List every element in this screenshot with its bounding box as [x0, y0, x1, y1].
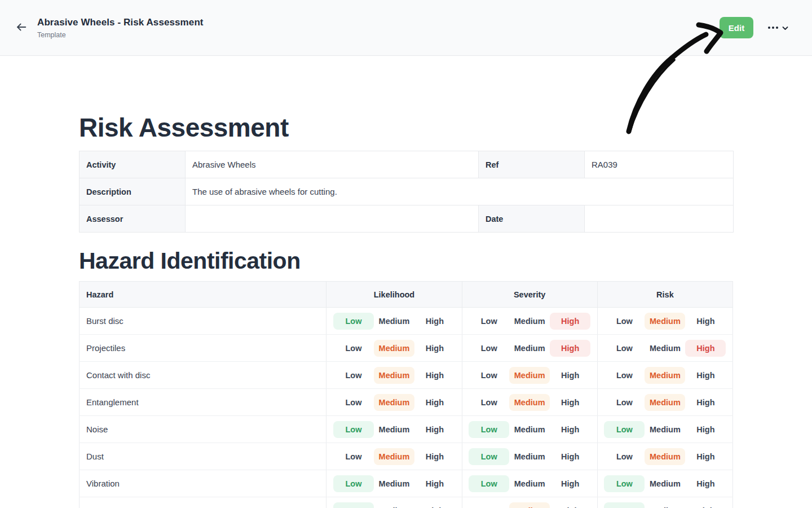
rating-option-low: Low [604, 367, 645, 384]
header-actions: Edit [720, 17, 789, 38]
rating-option-medium: Medium [374, 394, 414, 411]
risk-column-header: Risk [597, 282, 732, 308]
rating-option-low: Low [469, 313, 509, 330]
hazard-table-header-row: Hazard Likelihood Severity Risk [80, 282, 733, 308]
page-subtitle: Template [37, 31, 204, 39]
hazard-row: ProjectilesLowMediumHighLowMediumHighLow… [80, 335, 733, 362]
rating-option-low: Low [333, 448, 374, 465]
rating-option-medium: Medium [645, 448, 685, 465]
hazard-table: Hazard Likelihood Severity Risk Burst di… [79, 281, 733, 508]
hazard-table-body: Burst discLowMediumHighLowMediumHighLowM… [80, 308, 733, 508]
severity-rating-cell: LowMediumHigh [462, 470, 597, 497]
severity-rating-cell: LowMediumHigh [462, 362, 597, 389]
rating-option-low: Low [333, 394, 374, 411]
date-value [585, 205, 734, 233]
hazard-name [80, 497, 326, 508]
rating-option-low: Low [469, 394, 509, 411]
rating-option-high: High [414, 313, 455, 330]
details-row-activity: Activity Abrasive Wheels Ref RA039 [80, 151, 734, 178]
assessor-label: Assessor [80, 205, 186, 233]
rating-option-low: Low [333, 475, 374, 492]
rating-option-low: Low [333, 367, 374, 384]
rating-option-medium: Medium [509, 502, 550, 508]
description-value: The use of abrasive wheels for cutting. [186, 178, 734, 205]
hazard-name: Projectiles [80, 335, 326, 362]
rating-option-low: Low [604, 502, 645, 508]
rating-option-high: High [685, 475, 726, 492]
rating-option-low: Low [469, 502, 509, 508]
hazard-row: Burst discLowMediumHighLowMediumHighLowM… [80, 308, 733, 335]
rating-option-medium: Medium [374, 448, 414, 465]
hazard-row: VibrationLowMediumHighLowMediumHighLowMe… [80, 470, 733, 497]
risk-rating-cell: LowMediumHigh [597, 470, 732, 497]
page-title: Abrasive Wheels - Risk Assessment [37, 17, 204, 28]
chevron-down-icon [782, 24, 788, 32]
rating-option-low: Low [604, 313, 645, 330]
rating-option-high: High [414, 502, 455, 508]
rating-option-high: High [550, 367, 590, 384]
rating-option-low: Low [333, 421, 374, 438]
ref-value: RA039 [585, 151, 734, 178]
rating-option-medium: Medium [509, 448, 550, 465]
rating-option-high: High [414, 340, 455, 357]
rating-option-low: Low [604, 448, 645, 465]
severity-column-header: Severity [462, 282, 597, 308]
hazard-identification-heading: Hazard Identification [79, 247, 733, 275]
hazard-name: Noise [80, 416, 326, 443]
rating-option-high: High [550, 421, 590, 438]
severity-rating-cell: LowMediumHigh [462, 335, 597, 362]
severity-rating-cell: LowMediumHigh [462, 416, 597, 443]
date-label: Date [479, 205, 585, 233]
rating-option-high: High [685, 340, 726, 357]
rating-option-medium: Medium [509, 421, 550, 438]
likelihood-column-header: Likelihood [326, 282, 462, 308]
rating-option-high: High [550, 475, 590, 492]
rating-option-high: High [550, 448, 590, 465]
rating-option-low: Low [333, 502, 374, 508]
rating-option-medium: Medium [645, 340, 685, 357]
rating-option-medium: Medium [645, 502, 685, 508]
rating-option-medium: Medium [645, 367, 685, 384]
hazard-name: Contact with disc [80, 362, 326, 389]
more-options-button[interactable] [767, 20, 789, 36]
rating-option-low: Low [469, 421, 509, 438]
likelihood-rating-cell: LowMediumHigh [326, 389, 462, 416]
risk-rating-cell: LowMediumHigh [597, 308, 732, 335]
hazard-name: Entanglement [80, 389, 326, 416]
rating-option-high: High [414, 475, 455, 492]
rating-option-high: High [550, 394, 590, 411]
severity-rating-cell: LowMediumHigh [462, 389, 597, 416]
description-label: Description [80, 178, 186, 205]
rating-option-medium: Medium [509, 313, 550, 330]
edit-button[interactable]: Edit [720, 17, 753, 38]
rating-option-medium: Medium [374, 475, 414, 492]
content-area: Risk Assessment Activity Abrasive Wheels… [0, 112, 812, 508]
rating-option-medium: Medium [509, 367, 550, 384]
likelihood-rating-cell: LowMediumHigh [326, 362, 462, 389]
likelihood-rating-cell: LowMediumHigh [326, 443, 462, 470]
risk-rating-cell: LowMediumHigh [597, 497, 732, 508]
risk-rating-cell: LowMediumHigh [597, 416, 732, 443]
rating-option-low: Low [333, 340, 374, 357]
rating-option-medium: Medium [374, 367, 414, 384]
back-button[interactable] [11, 17, 32, 38]
top-bar: Abrasive Wheels - Risk Assessment Templa… [0, 0, 812, 56]
rating-option-medium: Medium [374, 502, 414, 508]
ellipsis-icon [768, 27, 778, 29]
arrow-left-icon [15, 21, 28, 35]
risk-rating-cell: LowMediumHigh [597, 335, 732, 362]
rating-option-high: High [685, 502, 726, 508]
rating-option-high: High [414, 367, 455, 384]
severity-rating-cell: LowMediumHigh [462, 308, 597, 335]
hazard-row: NoiseLowMediumHighLowMediumHighLowMedium… [80, 416, 733, 443]
likelihood-rating-cell: LowMediumHigh [326, 470, 462, 497]
rating-option-high: High [414, 421, 455, 438]
activity-label: Activity [80, 151, 186, 178]
ref-label: Ref [479, 151, 585, 178]
activity-value: Abrasive Wheels [186, 151, 479, 178]
rating-option-high: High [685, 394, 726, 411]
hazard-row: EntanglementLowMediumHighLowMediumHighLo… [80, 389, 733, 416]
rating-option-low: Low [469, 340, 509, 357]
rating-option-medium: Medium [374, 313, 414, 330]
risk-rating-cell: LowMediumHigh [597, 443, 732, 470]
